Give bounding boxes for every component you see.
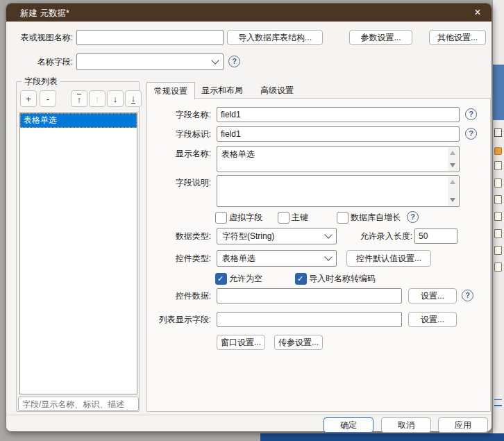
import-structure-button[interactable]: 导入数据库表结构... xyxy=(227,30,323,45)
move-top-button[interactable]: ↑ xyxy=(71,90,87,107)
other-settings-button[interactable]: 其他设置... xyxy=(429,30,486,45)
list-display-settings-button[interactable]: 设置... xyxy=(408,312,457,327)
scrollbar[interactable] xyxy=(448,147,458,171)
close-icon[interactable]: × xyxy=(471,6,485,19)
display-name-value: 表格单选 xyxy=(221,149,255,159)
control-type-combobox[interactable]: 表格单选 xyxy=(217,250,337,267)
document-icon xyxy=(494,263,502,272)
tab-general-settings[interactable]: 常规设置 xyxy=(146,82,195,99)
chevron-down-icon xyxy=(211,56,219,64)
field-listbox: 表格单选 xyxy=(19,113,137,394)
field-desc-textarea[interactable] xyxy=(217,175,460,207)
checkbox-label: 允许为空 xyxy=(229,273,262,285)
auto-increment-checkbox[interactable]: 数据库自增长 xyxy=(337,212,401,224)
checkbox-label: 主键 xyxy=(292,212,308,224)
scrollbar[interactable] xyxy=(448,176,458,206)
ok-button[interactable]: 确定 xyxy=(324,417,373,433)
field-search-input[interactable] xyxy=(18,397,139,411)
input-length-input[interactable] xyxy=(414,228,457,244)
display-name-textarea[interactable]: 表格单选 xyxy=(217,146,460,172)
background-link-text xyxy=(494,399,502,406)
param-pass-settings-button[interactable]: 传参设置... xyxy=(274,335,323,350)
checkbox-icon xyxy=(278,212,289,224)
tab-display-layout[interactable]: 显示和布局 xyxy=(194,82,250,99)
field-id-label: 字段标识: xyxy=(147,126,211,142)
allow-empty-checkbox[interactable]: 允许为空 xyxy=(215,273,262,285)
dialog-title: 新建 元数据* xyxy=(20,8,69,19)
dialog-titlebar: 新建 元数据* × xyxy=(6,3,492,22)
add-field-button[interactable]: + xyxy=(20,90,37,107)
control-data-label: 控件数据: xyxy=(147,288,211,303)
checkbox-label: 数据库自增长 xyxy=(351,212,401,224)
checkbox-checked-icon xyxy=(215,273,227,285)
help-icon[interactable]: ? xyxy=(462,290,473,301)
display-name-label: 显示名称: xyxy=(147,146,211,161)
move-bottom-icon: ↓ xyxy=(131,94,136,104)
field-name-input[interactable] xyxy=(217,107,460,122)
primary-key-checkbox[interactable]: 主键 xyxy=(278,212,308,224)
checkbox-label: 虚拟字段 xyxy=(229,212,262,224)
data-type-label: 数据类型: xyxy=(147,228,211,244)
document-icon xyxy=(494,178,502,188)
taskbar[interactable] xyxy=(260,433,504,441)
document-icon xyxy=(494,212,502,221)
control-data-input[interactable] xyxy=(217,288,402,303)
checkbox-label: 导入时名称转编码 xyxy=(309,273,376,285)
remove-field-button[interactable]: - xyxy=(40,90,56,107)
window-settings-button[interactable]: 窗口设置... xyxy=(217,335,265,350)
list-item[interactable]: 表格单选 xyxy=(20,113,137,128)
list-display-input[interactable] xyxy=(217,312,402,327)
footer-divider xyxy=(6,415,492,415)
param-settings-button[interactable]: 参数设置... xyxy=(349,30,412,45)
document-icon xyxy=(494,246,502,255)
cancel-button[interactable]: 取消 xyxy=(381,417,431,433)
import-name-encode-checkbox[interactable]: 导入时名称转编码 xyxy=(295,273,376,285)
general-settings-panel: 字段名称: ? 字段标识: ? 显示名称: 表格单选 字段说明: xyxy=(146,98,491,412)
document-icon xyxy=(494,161,502,170)
dialog-new-metadata: 新建 元数据* × 表或视图名称: 导入数据库表结构... 参数设置... 其他… xyxy=(6,3,492,432)
field-name-label: 字段名称: xyxy=(147,107,211,122)
chevron-down-icon xyxy=(324,253,332,260)
control-data-settings-button[interactable]: 设置... xyxy=(408,288,457,303)
name-field-combobox[interactable] xyxy=(76,53,224,70)
table-name-input[interactable] xyxy=(76,30,224,45)
control-type-value: 表格单选 xyxy=(222,253,255,265)
help-icon[interactable]: ? xyxy=(465,128,477,140)
document-icon xyxy=(494,229,502,238)
background-window-strip xyxy=(493,0,504,441)
list-display-label: 列表显示字段: xyxy=(147,312,211,327)
field-id-input[interactable] xyxy=(217,126,460,142)
data-type-value: 字符型(String) xyxy=(222,231,274,242)
desktop-background: 新建 元数据* × 表或视图名称: 导入数据库表结构... 参数设置... 其他… xyxy=(0,0,504,441)
move-down-button[interactable]: ↓ xyxy=(107,90,124,107)
checkbox-icon xyxy=(215,212,227,224)
help-icon[interactable]: ? xyxy=(465,108,477,120)
control-default-button[interactable]: 控件默认值设置... xyxy=(346,250,431,267)
data-type-combobox[interactable]: 字符型(String) xyxy=(217,228,337,244)
name-field-label: 名称字段: xyxy=(9,54,73,69)
chevron-down-icon xyxy=(324,231,332,238)
checkbox-icon xyxy=(337,212,348,224)
field-list-group: 字段列表 + - ↑ ↑ ↓ ↓ 表格单选 xyxy=(16,81,140,412)
apply-button[interactable]: 应用 xyxy=(438,417,488,433)
help-icon[interactable]: ? xyxy=(407,211,419,223)
scroll-up-icon[interactable] xyxy=(450,180,455,184)
move-up-button[interactable]: ↑ xyxy=(89,90,106,107)
background-blue-band xyxy=(493,65,504,120)
field-desc-label: 字段说明: xyxy=(147,175,211,190)
move-top-icon: ↑ xyxy=(77,94,82,104)
checkbox-checked-icon xyxy=(295,273,307,285)
scroll-down-icon[interactable] xyxy=(450,198,455,202)
lock-icon xyxy=(494,147,502,155)
control-type-label: 控件类型: xyxy=(147,251,211,266)
background-glyph-icon xyxy=(494,128,502,137)
scroll-up-icon[interactable] xyxy=(450,151,455,155)
input-length-label: 允许录入长度: xyxy=(346,228,412,244)
help-icon[interactable]: ? xyxy=(228,56,240,67)
scroll-down-icon[interactable] xyxy=(450,163,455,167)
move-bottom-button[interactable]: ↓ xyxy=(125,90,142,107)
field-list-title: 字段列表 xyxy=(22,76,60,88)
document-icon xyxy=(494,195,502,204)
tab-advanced-settings[interactable]: 高级设置 xyxy=(253,82,301,99)
virtual-field-checkbox[interactable]: 虚拟字段 xyxy=(215,212,262,224)
